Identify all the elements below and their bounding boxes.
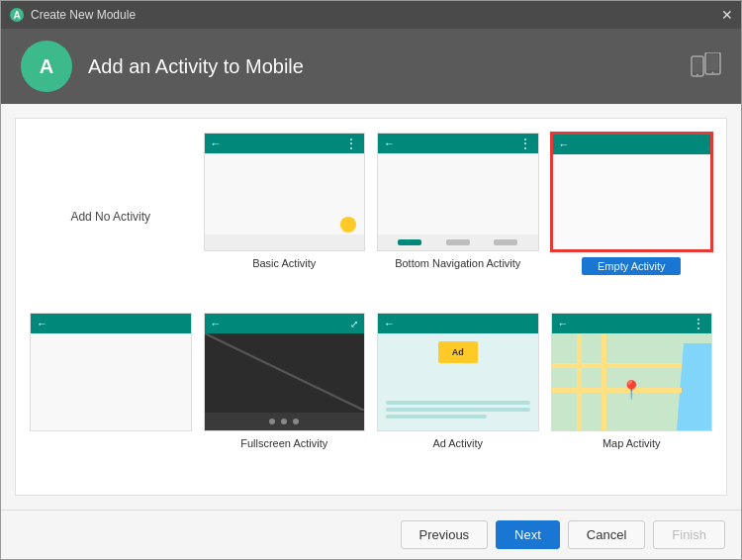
phone-tablet-icon: [690, 52, 721, 80]
svg-point-8: [696, 74, 698, 76]
bottom-nav-preview: ← ⋮: [377, 133, 539, 251]
svg-point-9: [712, 72, 714, 74]
basic-bottom-bar: [205, 234, 365, 250]
cancel-button[interactable]: Cancel: [568, 520, 645, 549]
footer: Previous Next Cancel Finish: [1, 510, 741, 559]
map-pin: 📍: [620, 379, 642, 401]
header-logo: A: [21, 41, 72, 92]
main-window: A Create New Module ✕ A Add an Activity …: [0, 0, 742, 560]
card-ad-activity[interactable]: ← Ad Ad Activity: [377, 313, 539, 481]
card-map-activity[interactable]: ← ⋮ 📍 Map Activity: [551, 313, 713, 481]
basic-fab: [340, 217, 356, 233]
card-add-no-activity-label: Add No Activity: [70, 210, 150, 224]
empty-activity-preview: ←: [551, 133, 713, 251]
android-studio-icon: A: [9, 7, 25, 23]
ad-top-bar: ←: [378, 314, 538, 333]
svg-rect-7: [707, 54, 718, 70]
card-map-activity-label: Map Activity: [603, 437, 661, 449]
svg-text:A: A: [40, 55, 53, 77]
map-preview: ← ⋮ 📍: [551, 313, 713, 431]
bottom-nav-top-bar: ← ⋮: [378, 134, 538, 153]
close-button[interactable]: ✕: [721, 8, 733, 22]
fullscreen-bottom-bar: [205, 413, 365, 430]
finish-button[interactable]: Finish: [653, 520, 725, 549]
fullscreen-preview: ← ⤢: [204, 313, 366, 431]
window-title: Create New Module: [31, 8, 136, 22]
title-bar-left: A Create New Module: [9, 7, 136, 23]
card-add-no-activity[interactable]: Add No Activity: [30, 133, 192, 301]
bottom-nav-bar: [378, 234, 538, 250]
card-ad-activity-label: Ad Activity: [432, 437, 483, 449]
header: A Add an Activity to Mobile: [1, 29, 741, 104]
map-top-bar: ← ⋮: [552, 314, 712, 333]
ad-box: Ad: [438, 341, 478, 363]
next-button[interactable]: Next: [496, 520, 560, 549]
card-empty-activity-label: Empty Activity: [582, 257, 681, 275]
arrow-only-top-bar: ←: [31, 314, 191, 333]
empty-top-bar: ←: [553, 135, 711, 154]
card-bottom-nav-label: Bottom Navigation Activity: [395, 257, 520, 269]
card-arrow-only[interactable]: ←: [30, 313, 192, 481]
content-area: Add No Activity ← ⋮ Basic Activity: [1, 104, 741, 510]
arrow-only-preview: ←: [30, 313, 192, 431]
title-bar: A Create New Module ✕: [1, 1, 741, 29]
device-icons: [690, 52, 721, 80]
svg-rect-6: [694, 58, 701, 72]
basic-activity-preview: ← ⋮: [204, 133, 366, 251]
activity-grid: Add No Activity ← ⋮ Basic Activity: [15, 118, 727, 496]
android-logo-icon: A: [29, 48, 64, 84]
card-fullscreen-activity[interactable]: ← ⤢ Fullscreen Activity: [204, 313, 366, 481]
card-bottom-nav-activity[interactable]: ← ⋮ Bottom Navigation Activity: [377, 133, 539, 301]
card-basic-activity[interactable]: ← ⋮ Basic Activity: [204, 133, 366, 301]
card-basic-activity-label: Basic Activity: [252, 257, 316, 269]
card-empty-activity[interactable]: ← Empty Activity: [551, 133, 713, 301]
card-fullscreen-label: Fullscreen Activity: [240, 437, 327, 449]
previous-button[interactable]: Previous: [401, 520, 489, 549]
svg-line-10: [205, 333, 365, 411]
ad-lines: [386, 401, 530, 419]
page-title: Add an Activity to Mobile: [88, 55, 674, 78]
svg-text:A: A: [13, 10, 20, 21]
basic-top-bar: ← ⋮: [205, 134, 365, 153]
ad-preview: ← Ad: [377, 313, 539, 431]
fullscreen-top-bar: ← ⤢: [205, 314, 365, 333]
